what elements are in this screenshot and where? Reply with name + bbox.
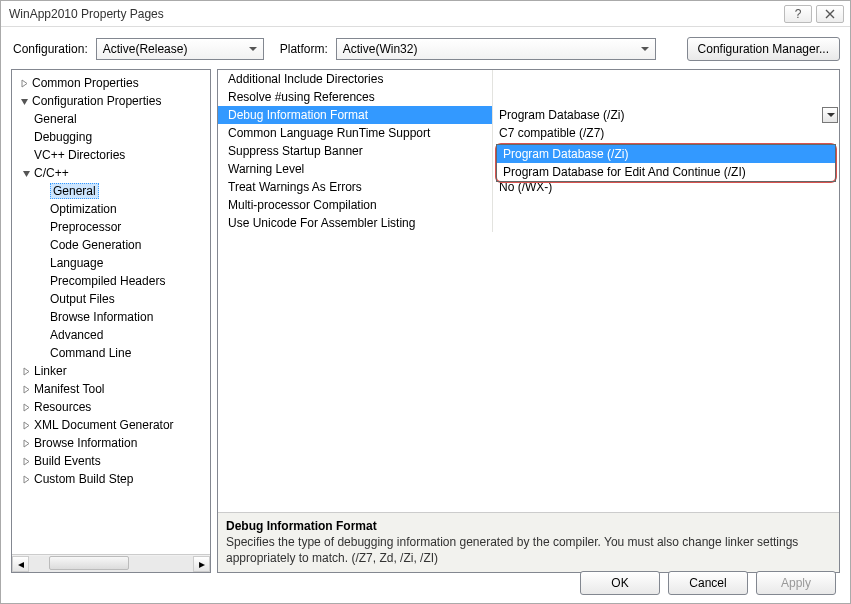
tree-item-general[interactable]: General <box>14 110 208 128</box>
cancel-button[interactable]: Cancel <box>668 571 748 595</box>
tree-item-xml-doc-generator[interactable]: XML Document Generator <box>14 416 208 434</box>
prop-name: Resolve #using References <box>218 88 493 106</box>
chevron-right-icon <box>20 401 32 413</box>
prop-name: Suppress Startup Banner <box>218 142 493 160</box>
tree-item-configuration-properties[interactable]: Configuration Properties <box>14 92 208 110</box>
prop-row-resolve-using[interactable]: Resolve #using References <box>218 88 839 106</box>
prop-name: Debug Information Format <box>218 106 493 124</box>
tree-item-browse-information-2[interactable]: Browse Information <box>14 434 208 452</box>
tree-item-build-events[interactable]: Build Events <box>14 452 208 470</box>
prop-name: Treat Warnings As Errors <box>218 178 493 196</box>
scroll-thumb[interactable] <box>49 556 129 570</box>
chevron-right-icon <box>20 473 32 485</box>
prop-row-use-unicode-asm[interactable]: Use Unicode For Assembler Listing <box>218 214 839 232</box>
tree-item-custom-build-step[interactable]: Custom Build Step <box>14 470 208 488</box>
dropdown-option-program-database[interactable]: Program Database (/Zi) <box>497 145 835 163</box>
scroll-left-button[interactable]: ◂ <box>12 556 29 572</box>
property-description-title: Debug Information Format <box>226 519 831 533</box>
platform-label: Platform: <box>280 42 328 56</box>
prop-name: Additional Include Directories <box>218 70 493 88</box>
property-description-text: Specifies the type of debugging informat… <box>226 535 831 566</box>
tree-item-code-generation[interactable]: Code Generation <box>14 236 208 254</box>
chevron-right-icon <box>20 437 32 449</box>
prop-value[interactable]: C7 compatible (/Z7) <box>493 124 839 142</box>
tree-item-ccpp-general[interactable]: General <box>14 182 208 200</box>
prop-name: Use Unicode For Assembler Listing <box>218 214 493 232</box>
chevron-right-icon <box>20 455 32 467</box>
scroll-right-button[interactable]: ▸ <box>193 556 210 572</box>
prop-row-additional-include-dirs[interactable]: Additional Include Directories <box>218 70 839 88</box>
debug-info-format-dropdown[interactable]: Program Database (/Zi) Program Database … <box>495 143 837 183</box>
tree-item-preprocessor[interactable]: Preprocessor <box>14 218 208 236</box>
prop-row-debug-info-format[interactable]: Debug Information Format Program Databas… <box>218 106 839 124</box>
configuration-label: Configuration: <box>13 42 88 56</box>
tree-panel: Common Properties Configuration Properti… <box>11 69 211 573</box>
prop-value[interactable] <box>493 214 839 232</box>
tree-item-precompiled-headers[interactable]: Precompiled Headers <box>14 272 208 290</box>
configuration-row: Configuration: Active(Release) Platform:… <box>1 27 850 69</box>
property-description-box: Debug Information Format Specifies the t… <box>218 512 839 572</box>
chevron-right-icon <box>20 365 32 377</box>
tree-item-vcpp-directories[interactable]: VC++ Directories <box>14 146 208 164</box>
window-title: WinApp2010 Property Pages <box>9 7 780 21</box>
titlebar: WinApp2010 Property Pages ? <box>1 1 850 27</box>
prop-value[interactable] <box>493 70 839 88</box>
prop-value[interactable] <box>493 88 839 106</box>
prop-name: Multi-processor Compilation <box>218 196 493 214</box>
platform-combo[interactable]: Active(Win32) <box>336 38 656 60</box>
property-grid: Additional Include Directories Resolve #… <box>218 70 839 512</box>
tree-item-optimization[interactable]: Optimization <box>14 200 208 218</box>
tree-item-resources[interactable]: Resources <box>14 398 208 416</box>
tree-item-language[interactable]: Language <box>14 254 208 272</box>
tree-item-browse-information[interactable]: Browse Information <box>14 308 208 326</box>
tree-item-debugging[interactable]: Debugging <box>14 128 208 146</box>
chevron-right-icon <box>20 419 32 431</box>
tree-item-output-files[interactable]: Output Files <box>14 290 208 308</box>
property-pane: Additional Include Directories Resolve #… <box>217 69 840 573</box>
tree-item-common-properties[interactable]: Common Properties <box>14 74 208 92</box>
configuration-value: Active(Release) <box>103 42 188 56</box>
tree-horizontal-scrollbar[interactable]: ◂ ▸ <box>12 554 210 572</box>
prop-name: Warning Level <box>218 160 493 178</box>
help-button[interactable]: ? <box>784 5 812 23</box>
dialog-footer: OK Cancel Apply <box>580 571 836 595</box>
chevron-right-icon <box>20 383 32 395</box>
apply-button[interactable]: Apply <box>756 571 836 595</box>
prop-value[interactable]: Program Database (/Zi) <box>493 106 839 124</box>
prop-name: Common Language RunTime Support <box>218 124 493 142</box>
chevron-down-icon <box>18 95 30 107</box>
close-button[interactable] <box>816 5 844 23</box>
prop-row-multi-processor[interactable]: Multi-processor Compilation <box>218 196 839 214</box>
dropdown-option-program-database-edit-continue[interactable]: Program Database for Edit And Continue (… <box>497 163 835 181</box>
tree-item-ccpp[interactable]: C/C++ <box>14 164 208 182</box>
tree-item-command-line[interactable]: Command Line <box>14 344 208 362</box>
prop-value-text: Program Database (/Zi) <box>499 108 624 122</box>
chevron-right-icon <box>18 77 30 89</box>
tree-item-manifest-tool[interactable]: Manifest Tool <box>14 380 208 398</box>
main-area: Common Properties Configuration Properti… <box>1 69 850 577</box>
platform-value: Active(Win32) <box>343 42 418 56</box>
prop-value[interactable] <box>493 196 839 214</box>
tree-item-linker[interactable]: Linker <box>14 362 208 380</box>
chevron-down-icon <box>20 167 32 179</box>
scroll-track[interactable] <box>29 556 193 572</box>
category-tree[interactable]: Common Properties Configuration Properti… <box>12 70 210 554</box>
dropdown-button[interactable] <box>822 107 838 123</box>
ok-button[interactable]: OK <box>580 571 660 595</box>
tree-item-advanced[interactable]: Advanced <box>14 326 208 344</box>
configuration-manager-button[interactable]: Configuration Manager... <box>687 37 840 61</box>
configuration-combo[interactable]: Active(Release) <box>96 38 264 60</box>
prop-row-clr-support[interactable]: Common Language RunTime Support C7 compa… <box>218 124 839 142</box>
